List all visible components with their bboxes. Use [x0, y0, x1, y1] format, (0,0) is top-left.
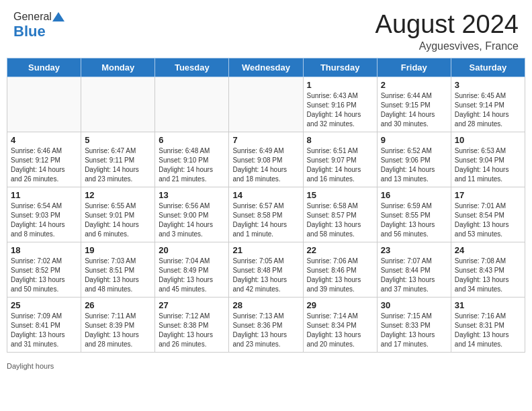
table-row: 21Sunrise: 7:05 AM Sunset: 8:48 PM Dayli… — [229, 242, 303, 297]
logo: General Blue — [13, 11, 64, 40]
day-info: Sunrise: 6:58 AM Sunset: 8:57 PM Dayligh… — [307, 201, 373, 239]
weekday-monday: Monday — [81, 58, 155, 77]
title-block: August 2024 Ayguesvives, France — [375, 11, 519, 52]
calendar-header: Sunday Monday Tuesday Wednesday Thursday… — [7, 58, 525, 77]
table-row: 30Sunrise: 7:15 AM Sunset: 8:33 PM Dayli… — [377, 297, 451, 352]
day-info: Sunrise: 7:03 AM Sunset: 8:51 PM Dayligh… — [85, 257, 151, 294]
day-number: 23 — [381, 245, 447, 255]
day-info: Sunrise: 6:51 AM Sunset: 9:07 PM Dayligh… — [307, 146, 373, 184]
day-info: Sunrise: 7:09 AM Sunset: 8:41 PM Dayligh… — [11, 312, 77, 349]
month-title: August 2024 — [375, 11, 519, 39]
day-info: Sunrise: 7:14 AM Sunset: 8:34 PM Dayligh… — [307, 312, 373, 349]
day-number: 22 — [307, 245, 373, 255]
table-row: 17Sunrise: 7:01 AM Sunset: 8:54 PM Dayli… — [451, 187, 525, 242]
day-info: Sunrise: 6:48 AM Sunset: 9:10 PM Dayligh… — [159, 146, 225, 184]
day-number: 8 — [307, 135, 373, 145]
day-info: Sunrise: 6:49 AM Sunset: 9:08 PM Dayligh… — [232, 146, 299, 184]
table-row: 4Sunrise: 6:46 AM Sunset: 9:12 PM Daylig… — [7, 132, 81, 187]
table-row: 8Sunrise: 6:51 AM Sunset: 9:07 PM Daylig… — [303, 132, 377, 187]
day-info: Sunrise: 6:43 AM Sunset: 9:16 PM Dayligh… — [307, 91, 373, 129]
table-row — [155, 77, 229, 132]
daylight-label: Daylight hours — [7, 362, 54, 370]
day-info: Sunrise: 6:57 AM Sunset: 8:58 PM Dayligh… — [232, 201, 299, 239]
day-info: Sunrise: 6:46 AM Sunset: 9:12 PM Dayligh… — [11, 146, 77, 184]
day-info: Sunrise: 7:06 AM Sunset: 8:46 PM Dayligh… — [307, 257, 373, 294]
table-row: 3Sunrise: 6:45 AM Sunset: 9:14 PM Daylig… — [451, 77, 525, 132]
day-info: Sunrise: 7:08 AM Sunset: 8:43 PM Dayligh… — [455, 257, 521, 294]
day-number: 1 — [307, 80, 373, 90]
day-number: 26 — [85, 300, 151, 310]
day-number: 11 — [11, 190, 77, 200]
table-row: 5Sunrise: 6:47 AM Sunset: 9:11 PM Daylig… — [81, 132, 155, 187]
table-row: 6Sunrise: 6:48 AM Sunset: 9:10 PM Daylig… — [155, 132, 229, 187]
table-row: 28Sunrise: 7:13 AM Sunset: 8:36 PM Dayli… — [229, 297, 303, 352]
day-info: Sunrise: 7:11 AM Sunset: 8:39 PM Dayligh… — [85, 312, 151, 349]
table-row — [81, 77, 155, 132]
logo-blue-text: Blue — [13, 23, 46, 40]
day-info: Sunrise: 7:04 AM Sunset: 8:49 PM Dayligh… — [159, 257, 225, 294]
day-number: 24 — [455, 245, 521, 255]
day-info: Sunrise: 6:47 AM Sunset: 9:11 PM Dayligh… — [85, 146, 151, 184]
calendar-table: Sunday Monday Tuesday Wednesday Thursday… — [7, 58, 525, 353]
day-info: Sunrise: 6:53 AM Sunset: 9:04 PM Dayligh… — [455, 146, 521, 184]
table-row: 26Sunrise: 7:11 AM Sunset: 8:39 PM Dayli… — [81, 297, 155, 352]
table-row: 13Sunrise: 6:56 AM Sunset: 9:00 PM Dayli… — [155, 187, 229, 242]
table-row: 22Sunrise: 7:06 AM Sunset: 8:46 PM Dayli… — [303, 242, 377, 297]
day-number: 16 — [381, 190, 447, 200]
calendar-body: 1Sunrise: 6:43 AM Sunset: 9:16 PM Daylig… — [7, 77, 525, 352]
day-number: 10 — [455, 135, 521, 145]
day-number: 5 — [85, 135, 151, 145]
weekday-wednesday: Wednesday — [229, 58, 303, 77]
table-row: 11Sunrise: 6:54 AM Sunset: 9:03 PM Dayli… — [7, 187, 81, 242]
day-number: 13 — [159, 190, 225, 200]
day-number: 27 — [159, 300, 225, 310]
table-row: 1Sunrise: 6:43 AM Sunset: 9:16 PM Daylig… — [303, 77, 377, 132]
day-info: Sunrise: 6:59 AM Sunset: 8:55 PM Dayligh… — [381, 201, 447, 239]
day-number: 12 — [85, 190, 151, 200]
day-number: 31 — [455, 300, 521, 310]
table-row: 18Sunrise: 7:02 AM Sunset: 8:52 PM Dayli… — [7, 242, 81, 297]
day-number: 30 — [381, 300, 447, 310]
day-info: Sunrise: 6:45 AM Sunset: 9:14 PM Dayligh… — [455, 91, 521, 129]
weekday-tuesday: Tuesday — [155, 58, 229, 77]
table-row: 2Sunrise: 6:44 AM Sunset: 9:15 PM Daylig… — [377, 77, 451, 132]
table-row: 7Sunrise: 6:49 AM Sunset: 9:08 PM Daylig… — [229, 132, 303, 187]
table-row: 15Sunrise: 6:58 AM Sunset: 8:57 PM Dayli… — [303, 187, 377, 242]
table-row: 14Sunrise: 6:57 AM Sunset: 8:58 PM Dayli… — [229, 187, 303, 242]
day-number: 4 — [11, 135, 77, 145]
table-row: 10Sunrise: 6:53 AM Sunset: 9:04 PM Dayli… — [451, 132, 525, 187]
day-info: Sunrise: 7:01 AM Sunset: 8:54 PM Dayligh… — [455, 201, 521, 239]
logo-general-text: General — [13, 11, 52, 23]
day-info: Sunrise: 7:15 AM Sunset: 8:33 PM Dayligh… — [381, 312, 447, 349]
day-info: Sunrise: 7:02 AM Sunset: 8:52 PM Dayligh… — [11, 257, 77, 294]
table-row: 25Sunrise: 7:09 AM Sunset: 8:41 PM Dayli… — [7, 297, 81, 352]
day-number: 9 — [381, 135, 447, 145]
day-info: Sunrise: 7:12 AM Sunset: 8:38 PM Dayligh… — [159, 312, 225, 349]
table-row — [7, 77, 81, 132]
day-number: 28 — [232, 300, 299, 310]
day-number: 17 — [455, 190, 521, 200]
table-row: 16Sunrise: 6:59 AM Sunset: 8:55 PM Dayli… — [377, 187, 451, 242]
day-info: Sunrise: 6:55 AM Sunset: 9:01 PM Dayligh… — [85, 201, 151, 239]
day-number: 7 — [232, 135, 299, 145]
day-info: Sunrise: 6:44 AM Sunset: 9:15 PM Dayligh… — [381, 91, 447, 129]
table-row: 29Sunrise: 7:14 AM Sunset: 8:34 PM Dayli… — [303, 297, 377, 352]
day-info: Sunrise: 6:56 AM Sunset: 9:00 PM Dayligh… — [159, 201, 225, 239]
table-row: 31Sunrise: 7:16 AM Sunset: 8:31 PM Dayli… — [451, 297, 525, 352]
day-number: 19 — [85, 245, 151, 255]
day-info: Sunrise: 7:13 AM Sunset: 8:36 PM Dayligh… — [232, 312, 299, 349]
day-number: 21 — [232, 245, 299, 255]
logo-triangle-icon — [52, 11, 64, 23]
location-title: Ayguesvives, France — [375, 40, 519, 52]
day-info: Sunrise: 7:07 AM Sunset: 8:44 PM Dayligh… — [381, 257, 447, 294]
table-row: 23Sunrise: 7:07 AM Sunset: 8:44 PM Dayli… — [377, 242, 451, 297]
day-number: 18 — [11, 245, 77, 255]
day-number: 2 — [381, 80, 447, 90]
weekday-saturday: Saturday — [451, 58, 525, 77]
day-number: 20 — [159, 245, 225, 255]
table-row: 27Sunrise: 7:12 AM Sunset: 8:38 PM Dayli… — [155, 297, 229, 352]
page-header: General Blue August 2024 Ayguesvives, Fr… — [0, 0, 532, 58]
day-number: 14 — [232, 190, 299, 200]
table-row: 9Sunrise: 6:52 AM Sunset: 9:06 PM Daylig… — [377, 132, 451, 187]
day-number: 6 — [159, 135, 225, 145]
